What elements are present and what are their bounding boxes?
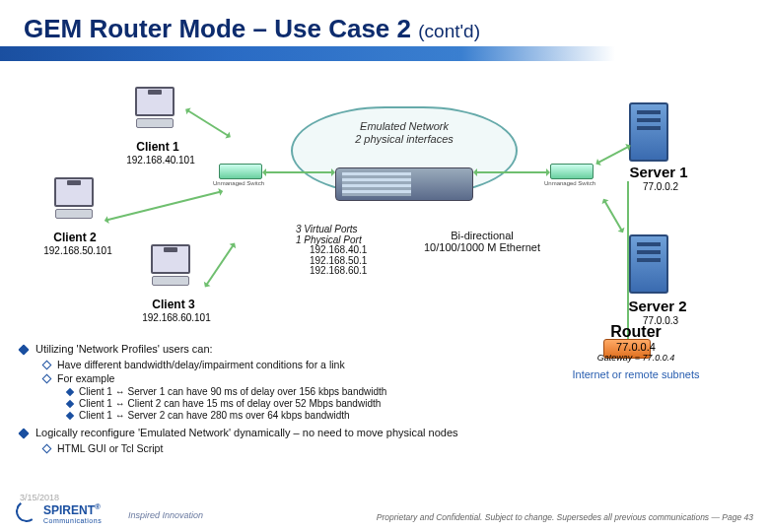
bullet-list: Utilizing 'Network Profiles' users can: … xyxy=(20,343,730,456)
bullet-l3: Client 1 ↔ Server 2 can have 280 ms over… xyxy=(67,410,730,421)
spirent-swirl-icon xyxy=(14,499,38,523)
client2-icon xyxy=(47,177,101,219)
client1-icon xyxy=(128,87,181,128)
bullet-icon xyxy=(42,374,52,384)
bullet-l2: For example xyxy=(43,372,730,384)
server2-label: Server 2 xyxy=(603,298,712,314)
client1-ip: 192.168.40.101 xyxy=(116,155,205,166)
bullet-icon xyxy=(42,361,52,370)
switch-right-icon xyxy=(550,164,594,179)
client1-label: Client 1 xyxy=(118,140,197,154)
title-sub: (cont'd) xyxy=(418,21,480,41)
vports-p1: 192.168.40.1 xyxy=(310,244,367,255)
bullet-l1: Utilizing 'Network Profiles' users can: xyxy=(20,343,730,355)
client2-label: Client 2 xyxy=(35,231,114,244)
bullet-l3: Client 1 ↔ Server 1 can have 90 ms of de… xyxy=(67,386,730,397)
slide: GEM Router Mode – Use Case 2 (cont'd) Cl… xyxy=(0,0,769,532)
bullet-text: Logically reconfigure 'Emulated Network'… xyxy=(35,427,458,438)
bullet-icon xyxy=(66,400,74,408)
link-arrow xyxy=(106,191,222,222)
vports-title: 3 Virtual Ports xyxy=(296,224,358,234)
link-line2: 10/100/1000 M Ethernet xyxy=(424,241,540,253)
cloud-text: Emulated Network 2 physical interfaces xyxy=(291,120,518,146)
server2-icon xyxy=(629,234,668,294)
link-arrow xyxy=(597,146,630,165)
bullet-text: Utilizing 'Network Profiles' users can: xyxy=(35,343,213,355)
client3-label: Client 3 xyxy=(134,298,213,311)
spirent-logo: SPIRENT® Communications xyxy=(43,502,102,524)
network-diagram: Client 1 192.168.40.101 Client 2 192.168… xyxy=(0,67,769,338)
vports-block: 3 Virtual Ports 1 Physical Port 192.168.… xyxy=(296,225,367,277)
server1-label: Server 1 xyxy=(609,164,708,180)
slide-title: GEM Router Mode – Use Case 2 (cont'd) xyxy=(24,14,480,44)
client3-ip: 192.168.60.101 xyxy=(132,312,221,323)
gem-appliance-icon xyxy=(335,167,473,201)
bullet-icon xyxy=(18,344,29,355)
router-label: Router xyxy=(552,323,720,341)
link-arrow xyxy=(186,109,229,137)
link-arrow xyxy=(627,181,629,339)
logo-text: SPIRENT xyxy=(43,503,95,517)
title-bar: GEM Router Mode – Use Case 2 (cont'd) xyxy=(0,0,769,61)
link-line1: Bi-directional xyxy=(451,230,514,241)
registered-icon: ® xyxy=(95,502,101,511)
link-text: Bi-directional 10/100/1000 M Ethernet xyxy=(398,230,566,253)
tagline: Inspired Innovation xyxy=(128,510,203,520)
vports-p3: 192.168.60.1 xyxy=(310,265,367,276)
bullet-l3: Client 1 ↔ Client 2 can have 15 ms of de… xyxy=(67,398,730,409)
bullet-icon xyxy=(18,428,29,438)
bullet-icon xyxy=(42,444,52,454)
bullet-l1: Logically reconfigure 'Emulated Network'… xyxy=(20,427,730,438)
bullet-text: For example xyxy=(57,372,114,384)
switch-left-icon xyxy=(219,164,262,179)
link-arrow xyxy=(603,200,623,232)
bullet-text: Client 1 ↔ Server 1 can have 90 ms of de… xyxy=(79,386,386,397)
switch-left-label: Unmanaged Switch xyxy=(213,180,264,186)
cloud-line2: 2 physical interfaces xyxy=(355,133,454,145)
client3-icon xyxy=(144,244,197,286)
vports-sub: 1 Physical Port xyxy=(296,234,362,245)
server1-icon xyxy=(629,102,668,162)
link-arrow xyxy=(264,171,333,173)
bullet-icon xyxy=(66,412,74,420)
cloud-line1: Emulated Network xyxy=(360,120,449,132)
server1-ip: 77.0.0.2 xyxy=(631,181,690,192)
client2-ip: 192.168.50.101 xyxy=(34,245,122,256)
switch-right-label: Unmanaged Switch xyxy=(544,180,595,186)
bullet-text: Client 1 ↔ Server 2 can have 280 ms over… xyxy=(79,410,350,421)
bullet-text: Have different bandwidth/delay/impairmen… xyxy=(57,359,345,370)
title-main: GEM Router Mode – Use Case 2 xyxy=(24,14,418,43)
link-arrow xyxy=(205,244,235,287)
bullet-l2: HTML GUI or Tcl Script xyxy=(43,442,730,454)
vports-p2: 192.168.50.1 xyxy=(310,255,367,266)
footer-text: Proprietary and Confidential. Subject to… xyxy=(377,512,753,522)
logo-subtext: Communications xyxy=(43,517,102,524)
bullet-icon xyxy=(66,388,74,396)
bullet-text: HTML GUI or Tcl Script xyxy=(57,442,163,454)
bullet-text: Client 1 ↔ Client 2 can have 15 ms of de… xyxy=(79,398,381,409)
link-arrow xyxy=(475,171,548,173)
bullet-l2: Have different bandwidth/delay/impairmen… xyxy=(43,359,730,370)
